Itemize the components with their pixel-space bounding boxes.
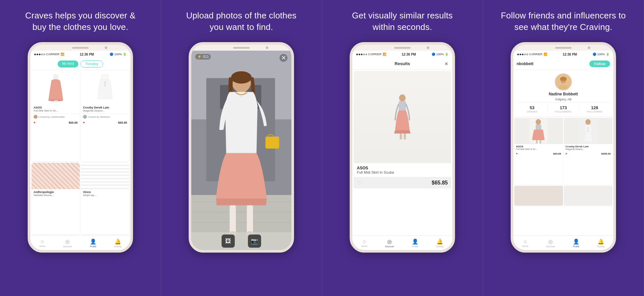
time-3: 12:36 PM bbox=[402, 53, 416, 56]
pc2-heart[interactable]: ♥ bbox=[566, 152, 567, 155]
followers-label: FOLLOWERS bbox=[548, 110, 579, 113]
home-icon-1: ⌂ bbox=[40, 238, 44, 244]
phone-2-speaker bbox=[233, 47, 250, 49]
phone-3-speaker bbox=[394, 47, 411, 49]
card-2-footer: Craved by kfriedson bbox=[81, 113, 129, 120]
activity-label-3: Activity bbox=[436, 245, 443, 248]
nav-home-1[interactable]: ⌂ Home bbox=[39, 238, 45, 247]
craves-count: 53 bbox=[517, 105, 548, 110]
battery-label: 100% bbox=[114, 53, 122, 56]
results-close-btn[interactable]: ✕ bbox=[444, 61, 448, 66]
heart-icon-1[interactable]: ♥ bbox=[34, 121, 36, 124]
card-1-footer: Craved by unbelievable bbox=[32, 113, 80, 120]
carrier-4: CARRIER bbox=[529, 53, 543, 56]
pc1-price-row: ♥ $65.85 bbox=[514, 151, 563, 156]
craved-by-2: Craved by kfriedson bbox=[83, 115, 110, 119]
phone-camera bbox=[105, 46, 107, 49]
nav-activity-1[interactable]: 🔔 Activity bbox=[114, 238, 121, 248]
bt-4: 🔵 bbox=[593, 53, 596, 56]
craved-label-1: Craved by bbox=[39, 115, 50, 118]
discover-icon-1: ◎ bbox=[65, 238, 70, 245]
username: nbobbett bbox=[517, 62, 533, 66]
card-2-img bbox=[81, 72, 129, 105]
camera-button[interactable]: 📷 bbox=[248, 234, 261, 248]
nav-profile-1[interactable]: 👤 Profile bbox=[90, 238, 96, 248]
dot3-3 bbox=[361, 54, 362, 55]
close-button[interactable]: ✕ bbox=[280, 54, 287, 62]
feed-card-4[interactable]: Vince Stripe top... bbox=[81, 163, 129, 234]
dot4 bbox=[41, 54, 43, 55]
profile-card-2[interactable]: Crosby Derek Lam Diagonal-Seams... ♥ $38… bbox=[564, 118, 613, 185]
result-heart[interactable]: ♡ bbox=[357, 180, 362, 186]
card-4-brand: Vince bbox=[83, 190, 127, 194]
nav-activity-4[interactable]: 🔔 Activity bbox=[597, 238, 604, 248]
time-4: 12:36 PM bbox=[563, 53, 577, 56]
results-title: Results bbox=[395, 61, 410, 66]
svg-rect-21 bbox=[265, 136, 279, 149]
activity-label-4: Activity bbox=[597, 245, 604, 248]
my-feed-tab[interactable]: My feed bbox=[58, 61, 79, 67]
dot3-2 bbox=[359, 54, 360, 55]
status-left-4: CARRIER 📶 bbox=[517, 53, 547, 56]
followers-count: 173 bbox=[548, 105, 579, 110]
nav-profile-4[interactable]: 👤 Profile bbox=[573, 238, 579, 248]
price-1: $65.85 bbox=[68, 121, 78, 124]
profile-card-3[interactable] bbox=[514, 186, 563, 206]
profile-card-1[interactable]: ASOS Full Midi Skirt in Sc... ♥ $65.85 bbox=[514, 118, 563, 185]
card-1-img bbox=[32, 72, 80, 105]
phone-speaker bbox=[72, 47, 89, 49]
card-4-img bbox=[81, 163, 129, 189]
profile-avatar bbox=[555, 73, 572, 90]
svg-point-39 bbox=[587, 130, 589, 131]
trending-tab[interactable]: Trending bbox=[80, 61, 103, 67]
card-2-brand: Crosby Derek Lam bbox=[83, 106, 127, 109]
profile-location: Calgary, AB bbox=[555, 98, 572, 101]
panel-4: Follow friends and influencers to see wh… bbox=[483, 0, 644, 296]
stat-followers[interactable]: 173 FOLLOWERS bbox=[548, 105, 579, 113]
result-name: Full Midi Skirt In Scuba bbox=[357, 170, 448, 174]
result-item[interactable]: ASOS Full Midi Skirt In Scuba ♡ $65.85 bbox=[354, 71, 451, 234]
nav-home-4[interactable]: ⌂ Home bbox=[522, 238, 528, 247]
profile-icon-3: 👤 bbox=[412, 238, 418, 245]
follow-button[interactable]: Follow bbox=[589, 61, 610, 67]
phone-2: ✕ ⚡ 011 🖼 📷 bbox=[189, 42, 294, 253]
flash-indicator: ⚡ 011 bbox=[195, 54, 211, 60]
profile-grid: ASOS Full Midi Skirt in Sc... ♥ $65.85 bbox=[513, 117, 613, 235]
nav-discover-3[interactable]: ◎ Discover bbox=[385, 238, 394, 248]
nav-activity-3[interactable]: 🔔 Activity bbox=[436, 238, 443, 248]
activity-icon-3: 🔔 bbox=[437, 238, 443, 245]
battery-4: 🔵 100% 🔋 bbox=[593, 53, 609, 56]
profile-name: Nadine Bobbett bbox=[549, 92, 578, 96]
svg-rect-4 bbox=[56, 100, 58, 102]
card-1-price-row: ♥ $65.85 bbox=[32, 120, 80, 125]
nav-discover-1[interactable]: ◎ Discover bbox=[63, 238, 72, 248]
card-3-img bbox=[32, 163, 80, 189]
avatar-tiny-2 bbox=[83, 115, 87, 119]
result-info: ASOS Full Midi Skirt In Scuba bbox=[354, 163, 451, 177]
carrier-3: CARRIER bbox=[368, 53, 382, 56]
card-4-name: Stripe top... bbox=[83, 194, 127, 197]
feed-card-3[interactable]: Anthropologie Nathalie blouse... bbox=[32, 163, 80, 234]
gallery-button[interactable]: 🖼 bbox=[222, 234, 235, 248]
stat-following[interactable]: 128 FOLLOWING bbox=[579, 105, 610, 113]
pc1-heart[interactable]: ♥ bbox=[516, 152, 518, 155]
nav-profile-3[interactable]: 👤 Profile bbox=[412, 238, 418, 248]
dot1 bbox=[34, 54, 36, 55]
pc2-price-row: ♥ $385.00 bbox=[564, 151, 613, 156]
stat-craves[interactable]: 53 CRAVES bbox=[517, 105, 548, 113]
card-2-name: Diagonal-Seams... bbox=[83, 109, 127, 112]
craved-by-1: Craved by unbelievable bbox=[34, 115, 65, 119]
dot4-3 bbox=[522, 54, 523, 55]
heart-icon-2[interactable]: ♥ bbox=[83, 121, 85, 124]
profile-card-4[interactable] bbox=[564, 186, 613, 206]
svg-point-24 bbox=[399, 94, 406, 102]
dot3-4 bbox=[363, 54, 365, 55]
wifi-4: 📶 bbox=[544, 53, 547, 56]
photo-toolbar: 🖼 📷 bbox=[191, 232, 291, 250]
feed-card-2[interactable]: Crosby Derek Lam Diagonal-Seams... Crave… bbox=[81, 72, 129, 161]
pc1-brand: ASOS bbox=[516, 145, 561, 148]
nav-home-3[interactable]: ⌂ Home bbox=[361, 238, 367, 247]
svg-rect-26 bbox=[400, 134, 402, 139]
feed-card-1[interactable]: ASOS Full Midi Skirt in Sc... Craved by … bbox=[32, 72, 80, 161]
nav-discover-4[interactable]: ◎ Discover bbox=[546, 238, 555, 248]
